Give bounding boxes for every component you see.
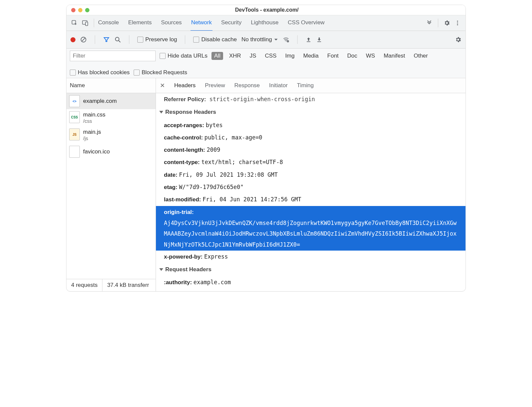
disable-cache-label: Disable cache [201,36,237,43]
header-row[interactable]: last-modified: Fri, 04 Jun 2021 14:27:56… [156,193,466,206]
window-title: DevTools - example.com/ [93,7,441,13]
header-value: Fri, 09 Jul 2021 19:32:08 GMT [179,171,278,178]
header-value: text/html; charset=UTF-8 [201,159,283,165]
svg-point-3 [457,21,458,22]
filter-type-all[interactable]: All [211,52,223,60]
tab-network[interactable]: Network [191,15,212,31]
close-details-icon[interactable]: ✕ [160,82,165,89]
subtab-initiator[interactable]: Initiator [269,82,288,89]
filter-type-js[interactable]: JS [247,52,259,60]
hide-data-urls-label: Hide data URLs [168,53,207,59]
section-header[interactable]: Response Headers [156,105,466,119]
filter-type-xhr[interactable]: XHR [226,52,244,60]
has-blocked-cookies-checkbox[interactable]: Has blocked cookies [70,69,130,76]
header-key: cache-control: [164,134,204,141]
kebab-menu-icon[interactable] [454,19,462,27]
download-har-icon[interactable] [316,37,322,43]
close-icon[interactable] [71,8,75,12]
header-value: Express [204,253,228,260]
blocked-requests-label: Blocked Requests [142,69,187,76]
filter-input[interactable] [70,51,156,61]
filter-type-css[interactable]: CSS [262,52,279,60]
tab-lighthouse[interactable]: Lighthouse [250,15,279,31]
header-value: public, max-age=0 [204,134,262,141]
clear-icon[interactable] [80,36,87,43]
window-controls [71,8,89,12]
header-row[interactable]: content-length: 2009 [156,144,466,156]
subtab-headers[interactable]: Headers [174,82,196,89]
tab-css-overview[interactable]: CSS Overview [287,15,326,31]
search-icon[interactable] [114,36,121,43]
file-type-icon: <> [69,95,80,107]
svg-point-5 [457,24,458,25]
blocked-requests-checkbox[interactable]: Blocked Requests [134,69,187,76]
filter-type-doc[interactable]: Doc [344,52,360,60]
request-path: /css [83,118,105,124]
request-name: main.js [83,128,101,135]
settings-icon[interactable] [443,19,451,27]
filter-icon[interactable] [103,36,110,43]
status-bar: 4 requests 37.4 kB transferr [66,279,156,291]
tab-console[interactable]: Console [97,15,119,31]
devtools-window: DevTools - example.com/ ConsoleElementsS… [66,5,466,292]
header-row[interactable]: date: Fri, 09 Jul 2021 19:32:08 GMT [156,169,466,181]
header-row[interactable]: origin-trial: Aj4DysCv3VjknU3jJvkDEwnQZK… [156,206,466,251]
filter-type-manifest[interactable]: Manifest [381,52,408,60]
header-key: date: [164,172,179,178]
header-row[interactable]: :method: GET [156,289,466,291]
subtab-timing[interactable]: Timing [297,82,314,89]
svg-rect-2 [85,22,88,26]
header-value: 2009 [206,146,220,153]
filter-type-ws[interactable]: WS [363,52,378,60]
panel-settings-icon[interactable] [455,36,462,43]
subtab-response[interactable]: Response [234,82,260,89]
header-row[interactable]: accept-ranges: bytes [156,119,466,131]
status-requests: 4 requests [66,279,102,291]
upload-har-icon[interactable] [306,37,312,43]
request-row[interactable]: <>example.com [66,93,156,109]
header-key: content-length: [164,147,206,153]
header-row[interactable]: :authority: example.com [156,276,466,289]
filter-type-font[interactable]: Font [325,52,341,60]
tab-sources[interactable]: Sources [160,15,182,31]
file-type-icon: JS [69,128,80,140]
header-row[interactable]: cache-control: public, max-age=0 [156,131,466,144]
has-blocked-cookies-label: Has blocked cookies [78,69,130,76]
subtab-preview[interactable]: Preview [205,82,225,89]
throttling-select[interactable]: No throttling [241,36,278,43]
section-header[interactable]: Request Headers [156,263,466,276]
filter-type-media[interactable]: Media [301,52,321,60]
throttling-label: No throttling [241,36,272,43]
record-button[interactable] [70,37,75,42]
details-panel: ✕ HeadersPreviewResponseInitiatorTiming … [156,78,466,291]
header-row[interactable]: x-powered-by: Express [156,251,466,263]
filter-type-other[interactable]: Other [411,52,431,60]
inspect-element-icon[interactable] [70,19,78,27]
request-row[interactable]: favicon.ico [66,144,156,160]
tab-elements[interactable]: Elements [127,15,152,31]
svg-point-7 [115,37,119,41]
header-row[interactable]: etag: W/"7d9-179d76c65e0" [156,181,466,193]
status-transfer: 37.4 kB transferr [102,279,154,291]
request-row[interactable]: JSmain.js/js [66,126,156,144]
hide-data-urls-checkbox[interactable]: Hide data URLs [160,53,207,59]
titlebar: DevTools - example.com/ [66,5,466,15]
tab-security[interactable]: Security [220,15,242,31]
header-key: origin-trial: [164,209,194,215]
header-row[interactable]: content-type: text/html; charset=UTF-8 [156,156,466,168]
overflow-tabs-icon[interactable] [425,19,433,27]
request-row[interactable]: CSSmain.css/css [66,109,156,126]
header-value: example.com [194,279,231,286]
disable-cache-checkbox[interactable]: Disable cache [193,36,237,43]
preserve-log-checkbox[interactable]: Preserve log [137,36,177,43]
column-header-name[interactable]: Name [66,78,156,93]
zoom-icon[interactable] [85,8,89,12]
minimize-icon[interactable] [78,8,82,12]
filter-type-img[interactable]: Img [283,52,297,60]
toggle-device-icon[interactable] [81,19,89,27]
request-name: example.com [83,98,117,104]
disclosure-triangle-icon [159,111,163,113]
header-key: etag: [164,184,179,190]
network-conditions-icon[interactable] [283,36,289,43]
top-tabstrip: ConsoleElementsSourcesNetworkSecurityLig… [66,15,466,31]
